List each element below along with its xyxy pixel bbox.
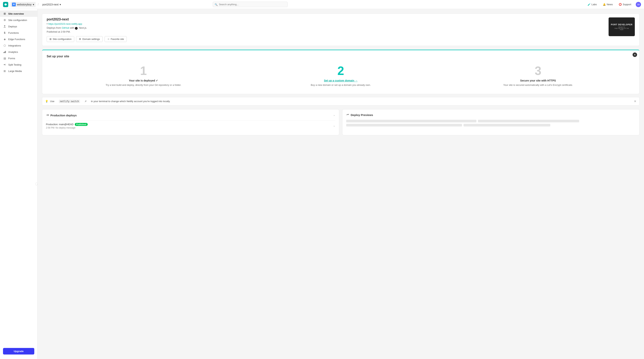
integrations-icon: ⬡ [3,44,6,47]
functions-icon: $ [3,31,6,34]
skeleton-2a [346,124,462,126]
sidebar-label: Site overview [8,12,24,15]
site-thumbnail: PORT DEVELOPER FAILED TOFIND THE END OF … [608,18,635,36]
step-1: 1 Your site is deployed ✓ Try a test bui… [47,62,240,90]
site-chevron: ▾ [60,3,61,6]
sidebar-item-site-configuration[interactable]: ⚙ Site configuration [0,17,37,23]
support-icon: ⭕ [619,3,622,6]
forms-icon: ▤ [3,56,6,60]
sidebar-item-deploys[interactable]: Deploys [0,23,37,30]
breadcrumb-separator: / [38,3,38,6]
step-1-desc: Try a test build and deploy, directly fr… [50,84,237,86]
sidebar-label: Edge Functions [8,38,25,41]
domain-settings-button[interactable]: ⚙ Domain settings [76,36,102,42]
domain-icon: ⚙ [79,38,81,40]
sidebar-label: Large Media [8,70,22,72]
thumbnail-title: PORT DEVELOPER [611,24,632,26]
topbar: W webstoryboy ▾ / port2023-next ▾ 🔍 🧪 La… [0,0,644,9]
main-area: ⊞ Site overview ⚙ Site configuration Dep… [0,9,644,359]
github-link[interactable]: GitHub [62,26,69,29]
sidebar-label: Split Testing [8,63,21,66]
star-icon: ☆ [108,38,110,40]
labs-label: Labs [592,3,597,6]
sidebar-item-site-overview[interactable]: ⊞ Site overview [0,10,37,17]
sidebar-item-integrations[interactable]: ⬡ Integrations [0,42,37,49]
grid-icon: ⊞ [3,12,6,15]
labs-button[interactable]: 🧪 Labs [586,2,598,6]
info-icon: 💡 [45,100,48,103]
svg-rect-1 [4,52,5,53]
thumbnail-subtitle: FAILED TOFIND THE END OF THEPORT [611,26,632,30]
sidebar: ⊞ Site overview ⚙ Site configuration Dep… [0,9,38,359]
production-deploys-card: Production deploys › Production: main@HE… [42,109,339,135]
thumbnail-content: PORT DEVELOPER FAILED TOFIND THE END OF … [611,24,632,30]
team-selector[interactable]: W webstoryboy ▾ [10,2,36,7]
sidebar-item-functions[interactable]: $ Functions [0,30,37,36]
production-deploys-chevron[interactable]: › [333,113,335,118]
site-config-button[interactable]: ⊞ Site configuration [47,36,74,42]
site-selector[interactable]: port2023-next ▾ [41,2,62,7]
step-3-desc: Your site is secured automatically with … [444,84,632,86]
deploy-item-chevron[interactable]: › [333,124,335,128]
sidebar-label: Deploys [8,25,17,28]
sidebar-bottom: Upgrade [0,345,37,358]
sidebar-label: Site configuration [8,19,27,22]
step-3: 3 Secure your site with HTTPS Your site … [441,62,635,90]
published-badge: Published [75,123,88,126]
production-deploys-title: Production deploys › [46,113,335,118]
favorite-site-button[interactable]: ☆ Favorite site [104,36,127,42]
setup-close-button[interactable]: ✕ [632,52,637,57]
sidebar-item-forms[interactable]: ▤ Forms [0,55,37,62]
deploys-grid: Production deploys › Production: main@HE… [42,109,640,135]
step-1-label: Your site is deployed ✓ [50,79,237,82]
setup-steps: 1 Your site is deployed ✓ Try a test bui… [47,62,635,90]
avatar[interactable]: SB [636,2,641,7]
upgrade-button[interactable]: Upgrade [3,348,34,354]
site-config-label: Site configuration [53,38,72,40]
support-button[interactable]: ⭕ Support [617,2,633,6]
sidebar-item-analytics[interactable]: Analytics [0,49,37,55]
skeleton-row-2 [346,124,636,126]
domain-settings-label: Domain settings [82,38,100,40]
deploy-item: Production: main@HEAD Published 2:58 PM:… [46,120,335,131]
sidebar-label: Integrations [8,44,21,47]
deploy-previews-label: Deploy Previews [351,113,373,116]
nextjs-label: Next.js. [79,26,87,29]
search-bar: 🔍 [213,2,288,7]
deploys-from-label: Deploys from [47,26,61,29]
deploy-previews-card: Deploy Previews [342,109,640,135]
netlify-logo [3,2,8,7]
step-2-desc: Buy a new domain or set up a domain you … [247,84,435,86]
sidebar-item-edge-functions[interactable]: ◈ Edge Functions [0,36,37,42]
info-banner: 💡 Use netlify switch ↗ in your terminal … [42,97,640,106]
deploy-time: 2:58 PM: No deploy message [46,126,88,129]
info-close-button[interactable]: ✕ [634,100,636,103]
deploy-label-text: Production: main@HEAD [46,123,74,126]
svg-rect-2 [5,51,6,53]
sidebar-item-split-testing[interactable]: Split Testing [0,62,37,68]
sidebar-item-large-media[interactable]: ⊞ Large Media [0,68,37,74]
sidebar-label: Analytics [8,50,18,54]
deploy-previews-title: Deploy Previews [346,113,636,117]
info-code: netlify switch [59,100,80,103]
skeleton-2b [464,124,550,126]
production-deploys-label: Production deploys [50,114,77,117]
support-label: Support [623,3,631,6]
favorite-site-label: Favorite site [111,38,124,40]
skeleton-1a [346,120,476,122]
step-2-label[interactable]: Set up a custom domain → [247,79,435,82]
news-button[interactable]: 🔔 News [601,2,614,6]
site-url[interactable]: https://port2023-next.netlify.app [47,22,605,25]
media-icon: ⊞ [3,69,6,73]
config-icon: ⊞ [50,38,52,40]
news-label: News [607,3,613,6]
search-input[interactable] [213,2,288,7]
sidebar-label: Forms [8,57,15,60]
topbar-actions: 🧪 Labs 🔔 News ⭕ Support SB [586,2,641,7]
setup-title: Set up your site [47,55,635,58]
site-meta-github: Deploys from GitHub with N Next.js. [47,26,605,30]
step-2: 2 Set up a custom domain → Buy a new dom… [244,62,438,90]
step-1-number: 1 [50,65,237,77]
deploy-item-label: Production: main@HEAD Published [46,123,88,126]
search-icon: 🔍 [214,3,218,6]
